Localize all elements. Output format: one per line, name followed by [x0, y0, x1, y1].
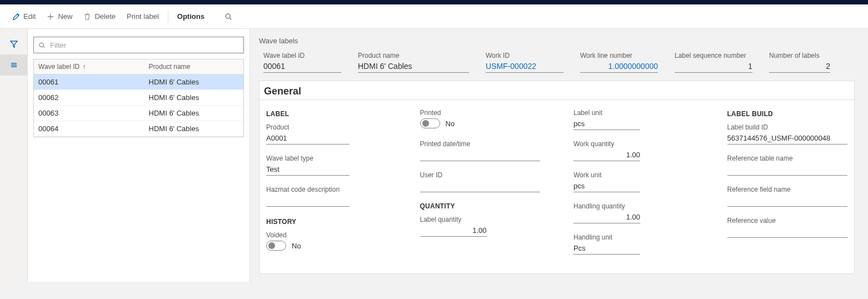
lines-icon	[9, 61, 18, 69]
field-value[interactable]: Test	[266, 164, 350, 176]
cell-product: HDMI 6' Cables	[149, 124, 239, 133]
col-wave-label-id-text: Wave label ID	[38, 63, 79, 71]
voided-toggle[interactable]: No	[266, 241, 301, 251]
table-row[interactable]: 00062 HDMI 6' Cables	[34, 90, 243, 106]
app-header-strip	[0, 0, 868, 4]
toggle-value: No	[446, 119, 455, 128]
general-section-body: LABEL Product A0001 Wave label type Test…	[260, 100, 854, 273]
field-label: Label quantity	[420, 216, 541, 223]
general-section-header[interactable]: General	[260, 83, 854, 100]
col-product-name[interactable]: Product name	[149, 63, 239, 71]
field-value[interactable]: pcs	[573, 181, 640, 192]
printed-toggle[interactable]: No	[420, 118, 455, 128]
search-icon	[225, 13, 232, 21]
field-work-unit: Work unit pcs	[573, 171, 694, 192]
table-row[interactable]: 00063 HDMI 6' Cables	[34, 106, 243, 121]
wave-labels-grid: Wave label ID ↑ Product name 00061 HDMI …	[33, 59, 244, 137]
col-work: Label unit pcs Work quantity 1.00 Work u…	[573, 109, 694, 265]
field-ref-value: Reference value	[727, 217, 848, 238]
hdr-product-name: Product name HDMI 6' Cables	[358, 52, 469, 73]
toggle-knob	[266, 241, 286, 251]
field-value[interactable]: 1.00	[573, 212, 640, 223]
field-value[interactable]: 00061	[263, 61, 341, 73]
field-value[interactable]	[727, 164, 848, 176]
search-icon	[38, 42, 46, 49]
delete-button[interactable]: Delete	[78, 8, 121, 25]
filter-box[interactable]	[33, 37, 244, 53]
filter-pane-button[interactable]	[0, 33, 27, 54]
grid-header: Wave label ID ↑ Product name	[34, 59, 243, 74]
field-value[interactable]: pcs	[573, 118, 640, 130]
detail-header-fields: Wave label ID 00061 Product name HDMI 6'…	[259, 48, 855, 77]
field-value[interactable]: 1	[675, 61, 752, 73]
col-wave-label-id[interactable]: Wave label ID ↑	[38, 63, 149, 71]
field-value[interactable]: 5637144576_USMF-000000048	[727, 133, 848, 144]
sort-arrow-icon: ↑	[83, 63, 86, 71]
field-label-unit: Label unit pcs	[573, 109, 694, 130]
table-row[interactable]: 00061 HDMI 6' Cables	[34, 74, 243, 90]
search-button[interactable]	[219, 8, 238, 25]
field-value[interactable]	[266, 195, 350, 207]
table-row[interactable]: 00064 HDMI 6' Cables	[34, 121, 243, 137]
field-printed: Printed No	[420, 109, 541, 130]
group-history-title: HISTORY	[266, 218, 387, 226]
field-label: Handling quantity	[573, 202, 694, 210]
field-label: Hazmat code description	[266, 186, 387, 193]
field-label: Wave label type	[266, 155, 387, 162]
hdr-wave-label-id: Wave label ID 00061	[263, 52, 341, 73]
field-value-link[interactable]: 1.0000000000	[580, 61, 658, 73]
field-label: Number of labels	[769, 52, 830, 59]
group-label-title: LABEL	[266, 110, 387, 118]
print-label-button[interactable]: Print label	[121, 8, 164, 25]
field-label: Label sequence number	[675, 52, 752, 59]
cell-id: 00062	[38, 93, 149, 102]
edit-label: Edit	[23, 12, 36, 21]
field-value[interactable]: 1.00	[420, 225, 487, 237]
delete-label: Delete	[94, 12, 116, 21]
plus-icon	[47, 13, 54, 21]
col-product-name-text: Product name	[149, 63, 191, 71]
field-label: User ID	[420, 171, 541, 179]
col-printed-quantity: Printed No Printed date/time User ID	[420, 109, 541, 265]
field-wave-label-type: Wave label type Test	[266, 155, 387, 176]
filter-input[interactable]	[49, 41, 239, 50]
field-ref-field: Reference field name	[727, 186, 848, 207]
toolbar-divider	[168, 11, 168, 23]
field-value[interactable]: A0001	[266, 133, 350, 144]
field-value[interactable]: 2	[769, 61, 830, 73]
field-hazmat: Hazmat code description	[266, 186, 387, 207]
list-pane-button[interactable]	[0, 54, 27, 76]
group-label-build-title: LABEL BUILD	[727, 110, 848, 118]
field-value[interactable]	[727, 195, 848, 207]
cell-id: 00061	[38, 78, 149, 86]
funnel-icon	[9, 39, 18, 48]
field-value[interactable]	[727, 226, 848, 238]
field-label: Work quantity	[573, 140, 694, 148]
left-sidebar	[0, 29, 28, 282]
hdr-number-of-labels: Number of labels 2	[769, 52, 830, 73]
new-button[interactable]: New	[41, 8, 78, 25]
trash-icon	[83, 13, 91, 21]
field-label: Printed date/time	[420, 140, 541, 148]
field-value[interactable]: HDMI 6' Cables	[358, 61, 469, 73]
cell-product: HDMI 6' Cables	[149, 78, 239, 86]
field-value[interactable]: Pcs	[573, 243, 640, 255]
field-value[interactable]: 1.00	[573, 150, 640, 161]
field-value-link[interactable]: USMF-000022	[486, 61, 563, 73]
field-value[interactable]	[420, 181, 541, 192]
options-label: Options	[177, 12, 204, 21]
field-handling-unit: Handling unit Pcs	[573, 233, 694, 255]
field-label: Work unit	[573, 171, 694, 179]
options-button[interactable]: Options	[172, 8, 210, 25]
hdr-work-id: Work ID USMF-000022	[486, 52, 563, 73]
group-quantity-title: QUANTITY	[420, 202, 541, 210]
field-label: Handling unit	[573, 233, 694, 241]
field-work-quantity: Work quantity 1.00	[573, 140, 694, 161]
edit-button[interactable]: Edit	[7, 8, 41, 25]
field-value[interactable]	[420, 150, 541, 161]
field-label: Label unit	[573, 109, 694, 117]
detail-panel: Wave labels Wave label ID 00061 Product …	[250, 29, 868, 282]
field-label: Product	[266, 123, 387, 131]
field-label: Printed	[420, 109, 541, 117]
field-label: Work ID	[486, 52, 563, 59]
